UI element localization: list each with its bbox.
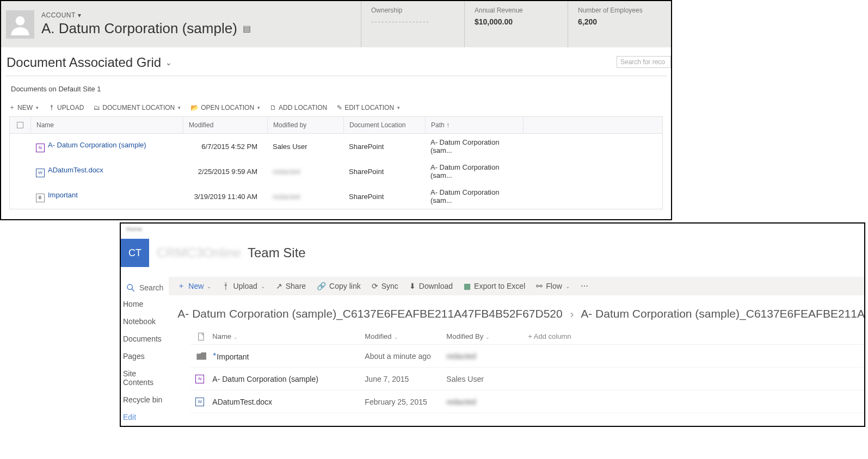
cell-name: 🗎Important xyxy=(30,187,183,207)
list-item[interactable]: WADatumTest.docxFebruary 25, 2015redacte… xyxy=(190,390,865,413)
cell-modified-by: redacted xyxy=(267,188,343,205)
cell-modified-by: redacted xyxy=(446,398,528,406)
file-link[interactable]: A- Datum Corporation (sample) xyxy=(48,141,146,149)
person-icon xyxy=(9,14,31,35)
new-button[interactable]: ＋ NEW▾ xyxy=(9,103,39,112)
nav-item[interactable]: Home xyxy=(121,295,169,313)
col-doc-location[interactable]: Document Location xyxy=(343,117,425,133)
sp-header: CT CRMC3Online Team Site xyxy=(121,234,864,277)
crm-window: ACCOUNT ▾ A. Datum Corporation (sample) … xyxy=(0,0,672,220)
edit-location-button[interactable]: ✎ EDIT LOCATION▾ xyxy=(337,104,400,111)
add-column-button[interactable]: + Add column xyxy=(528,332,571,341)
account-label-dropdown[interactable]: ACCOUNT ▾ xyxy=(41,11,361,19)
cell-name[interactable]: A- Datum Corporation (sample) xyxy=(212,375,365,383)
cell-path: A- Datum Corporation (sam... xyxy=(425,159,523,184)
file-icon: N xyxy=(36,144,45,152)
more-button[interactable]: ⋯ xyxy=(581,282,588,290)
title-menu-icon[interactable]: ▤ xyxy=(243,23,251,34)
crm-header: ACCOUNT ▾ A. Datum Corporation (sample) … xyxy=(1,1,671,47)
col-name[interactable]: Name⌄ xyxy=(212,332,365,341)
section-title-dropdown[interactable]: Document Associated Grid ⌄ xyxy=(1,47,671,76)
summary-value-empty: ----------------- xyxy=(371,17,454,26)
row-checkbox[interactable] xyxy=(10,192,30,201)
site-name-text: Team Site xyxy=(248,245,306,260)
col-rest xyxy=(523,117,662,133)
open-location-button[interactable]: 📂 OPEN LOCATION▾ xyxy=(190,104,260,111)
table-row[interactable]: WADatumTest.docx2/25/2015 9:59 AMredacte… xyxy=(10,159,662,184)
summary-pane: Ownership ----------------- Annual Reven… xyxy=(361,1,671,47)
site-name: CRMC3Online Team Site xyxy=(157,245,306,260)
svg-point-0 xyxy=(16,16,25,26)
cell-modified: 2/25/2015 9:59 AM xyxy=(183,163,267,180)
col-modified[interactable]: Modified⌄ xyxy=(365,332,446,341)
section-title-text: Document Associated Grid xyxy=(7,55,161,70)
page-title-text: A. Datum Corporation (sample) xyxy=(41,20,237,37)
nav-item[interactable]: Pages xyxy=(121,348,169,365)
folder-icon xyxy=(196,352,206,360)
share-button[interactable]: ↗ Share xyxy=(276,282,306,290)
account-label-text: ACCOUNT xyxy=(41,11,76,19)
list-item[interactable]: ✶ImportantAbout a minute agoredacted xyxy=(190,345,865,368)
col-path[interactable]: Path ↑ xyxy=(425,117,523,133)
nav-item[interactable]: Recycle bin xyxy=(121,391,169,408)
nav-edit[interactable]: Edit xyxy=(121,408,169,426)
upload-button[interactable]: ⭱ Upload ⌄ xyxy=(222,282,264,290)
row-checkbox[interactable] xyxy=(10,167,30,176)
search-input[interactable]: Search xyxy=(121,280,169,295)
cell-icon xyxy=(190,352,212,360)
col-modified-by[interactable]: Modified by xyxy=(267,117,343,133)
summary-label: Number of Employees xyxy=(578,7,661,14)
download-button[interactable]: ⬇ Download xyxy=(409,282,453,290)
file-link[interactable]: ADatumTest.docx xyxy=(48,166,103,174)
breadcrumb-part1[interactable]: A- Datum Corporation (sample)_C6137E6FEA… xyxy=(177,307,562,320)
nav-item[interactable]: Notebook xyxy=(121,313,169,330)
summary-value: 6,200 xyxy=(578,17,661,26)
cell-path: A- Datum Corporation (sam... xyxy=(425,184,523,209)
col-name[interactable]: Name xyxy=(30,117,183,133)
nav-item[interactable]: Site Contents xyxy=(121,365,169,391)
document-grid: Name Modified Modified by Document Locat… xyxy=(9,116,663,209)
copy-link-button[interactable]: 🔗 Copy link xyxy=(317,282,361,290)
list-item[interactable]: NA- Datum Corporation (sample)June 7, 20… xyxy=(190,368,865,390)
flow-button[interactable]: ⚯ Flow ⌄ xyxy=(536,282,570,290)
cell-icon: N xyxy=(190,375,212,383)
sp-left-nav: Search HomeNotebookDocumentsPagesSite Co… xyxy=(121,277,169,426)
sp-file-list: Name⌄ Modified⌄ Modified By⌄ + Add colum… xyxy=(169,329,865,419)
nav-item[interactable]: Documents xyxy=(121,330,169,348)
search-input[interactable]: Search for reco xyxy=(617,56,671,68)
page-title: A. Datum Corporation (sample) ▤ xyxy=(41,20,361,37)
table-row[interactable]: NA- Datum Corporation (sample)6/7/2015 4… xyxy=(10,134,662,159)
cell-path: A- Datum Corporation (sam... xyxy=(425,134,523,159)
summary-revenue: Annual Revenue $10,000.00 xyxy=(464,1,568,47)
upload-button[interactable]: ⭱ UPLOAD xyxy=(48,104,84,111)
avatar xyxy=(6,10,34,39)
file-link[interactable]: Important xyxy=(48,191,78,199)
cell-modified-by: redacted xyxy=(267,163,343,180)
new-button[interactable]: ＋ New ⌄ xyxy=(177,281,211,291)
col-modified[interactable]: Modified xyxy=(183,117,267,133)
cell-name: NA- Datum Corporation (sample) xyxy=(30,137,183,157)
crm-toolbar: ＋ NEW▾ ⭱ UPLOAD 🗂 DOCUMENT LOCATION▾ 📂 O… xyxy=(1,98,671,116)
export-excel-button[interactable]: ▦ Export to Excel xyxy=(464,282,525,290)
search-icon xyxy=(126,283,135,292)
cell-name[interactable]: ADatumTest.docx xyxy=(212,398,365,406)
cell-name[interactable]: ✶Important xyxy=(212,351,365,361)
cell-icon: W xyxy=(190,398,212,406)
doc-location-button[interactable]: 🗂 DOCUMENT LOCATION▾ xyxy=(94,104,181,111)
title-block: ACCOUNT ▾ A. Datum Corporation (sample) … xyxy=(39,1,361,47)
select-all-checkbox[interactable] xyxy=(10,117,30,133)
cell-modified-by: Sales User xyxy=(267,138,343,155)
cell-name: WADatumTest.docx xyxy=(30,162,183,182)
onenote-icon: N xyxy=(195,375,204,383)
site-logo[interactable]: CT xyxy=(121,239,149,267)
col-type-icon[interactable] xyxy=(190,332,212,341)
cell-modified: About a minute ago xyxy=(365,352,446,361)
word-icon: W xyxy=(195,398,204,406)
table-row[interactable]: 🗎Important3/19/2019 11:40 AMredactedShar… xyxy=(10,184,662,209)
col-modified-by[interactable]: Modified By⌄ xyxy=(446,332,528,341)
row-checkbox[interactable] xyxy=(10,142,30,151)
file-icon: W xyxy=(36,169,45,177)
sync-button[interactable]: ⟳ Sync xyxy=(372,282,398,290)
add-location-button[interactable]: 🗋 ADD LOCATION xyxy=(270,104,327,111)
grid-header: Name Modified Modified by Document Locat… xyxy=(10,117,662,134)
